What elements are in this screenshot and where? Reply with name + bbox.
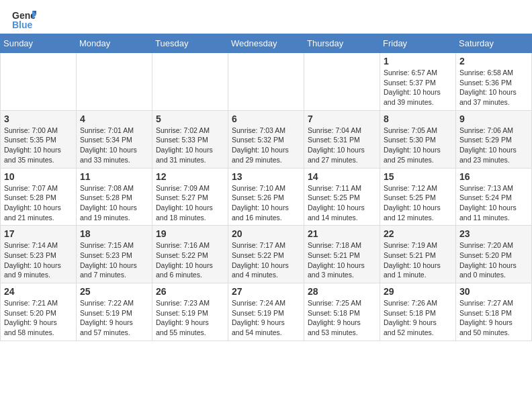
calendar-cell: 9Sunrise: 7:06 AM Sunset: 5:29 PM Daylig… xyxy=(456,110,532,168)
calendar-cell: 19Sunrise: 7:16 AM Sunset: 5:22 PM Dayli… xyxy=(152,226,228,283)
calendar-cell: 4Sunrise: 7:01 AM Sunset: 5:34 PM Daylig… xyxy=(77,110,152,168)
day-number: 23 xyxy=(459,228,528,239)
day-number: 27 xyxy=(232,286,300,297)
calendar-cell: 22Sunrise: 7:19 AM Sunset: 5:21 PM Dayli… xyxy=(380,226,456,283)
day-number: 19 xyxy=(156,228,224,239)
day-info: Sunrise: 7:11 AM Sunset: 5:25 PM Dayligh… xyxy=(308,183,376,223)
calendar-cell: 27Sunrise: 7:24 AM Sunset: 5:19 PM Dayli… xyxy=(228,283,304,341)
calendar-cell: 1Sunrise: 6:57 AM Sunset: 5:37 PM Daylig… xyxy=(380,53,456,111)
calendar-cell: 25Sunrise: 7:22 AM Sunset: 5:19 PM Dayli… xyxy=(77,283,152,341)
day-number: 17 xyxy=(4,228,73,239)
calendar-cell xyxy=(77,53,152,111)
day-info: Sunrise: 7:01 AM Sunset: 5:34 PM Dayligh… xyxy=(80,126,148,165)
calendar-cell xyxy=(1,53,77,111)
calendar-cell: 3Sunrise: 7:00 AM Sunset: 5:35 PM Daylig… xyxy=(1,110,77,168)
calendar-cell: 18Sunrise: 7:15 AM Sunset: 5:23 PM Dayli… xyxy=(77,226,152,283)
day-info: Sunrise: 7:08 AM Sunset: 5:28 PM Dayligh… xyxy=(80,183,148,223)
day-info: Sunrise: 6:58 AM Sunset: 5:36 PM Dayligh… xyxy=(459,68,528,107)
day-info: Sunrise: 7:12 AM Sunset: 5:25 PM Dayligh… xyxy=(384,183,452,223)
calendar-cell: 7Sunrise: 7:04 AM Sunset: 5:31 PM Daylig… xyxy=(304,110,380,168)
day-number: 15 xyxy=(384,171,452,182)
day-number: 2 xyxy=(459,56,528,66)
day-number: 13 xyxy=(232,171,300,182)
day-info: Sunrise: 6:57 AM Sunset: 5:37 PM Dayligh… xyxy=(384,68,452,107)
day-info: Sunrise: 7:10 AM Sunset: 5:26 PM Dayligh… xyxy=(232,183,300,223)
day-info: Sunrise: 7:18 AM Sunset: 5:21 PM Dayligh… xyxy=(308,240,376,280)
calendar-cell xyxy=(152,53,228,111)
day-number: 22 xyxy=(384,228,452,239)
day-number: 18 xyxy=(80,228,148,239)
day-info: Sunrise: 7:26 AM Sunset: 5:18 PM Dayligh… xyxy=(384,298,452,338)
day-info: Sunrise: 7:17 AM Sunset: 5:22 PM Dayligh… xyxy=(232,240,300,280)
calendar-cell: 12Sunrise: 7:09 AM Sunset: 5:27 PM Dayli… xyxy=(152,168,228,226)
day-info: Sunrise: 7:24 AM Sunset: 5:19 PM Dayligh… xyxy=(232,298,300,338)
calendar-cell: 28Sunrise: 7:25 AM Sunset: 5:18 PM Dayli… xyxy=(304,283,380,341)
calendar-cell: 10Sunrise: 7:07 AM Sunset: 5:28 PM Dayli… xyxy=(1,168,77,226)
calendar-cell xyxy=(228,53,304,111)
day-info: Sunrise: 7:13 AM Sunset: 5:24 PM Dayligh… xyxy=(459,183,528,223)
svg-text:Blue: Blue xyxy=(12,19,33,30)
day-number: 20 xyxy=(232,228,300,239)
day-info: Sunrise: 7:16 AM Sunset: 5:22 PM Dayligh… xyxy=(156,240,224,280)
day-number: 11 xyxy=(80,171,148,182)
day-number: 5 xyxy=(156,113,224,124)
calendar-cell: 14Sunrise: 7:11 AM Sunset: 5:25 PM Dayli… xyxy=(304,168,380,226)
calendar-cell: 29Sunrise: 7:26 AM Sunset: 5:18 PM Dayli… xyxy=(380,283,456,341)
day-info: Sunrise: 7:02 AM Sunset: 5:33 PM Dayligh… xyxy=(156,126,224,165)
day-number: 10 xyxy=(4,171,73,182)
day-number: 29 xyxy=(384,286,452,297)
calendar-cell: 13Sunrise: 7:10 AM Sunset: 5:26 PM Dayli… xyxy=(228,168,304,226)
day-info: Sunrise: 7:05 AM Sunset: 5:30 PM Dayligh… xyxy=(384,126,452,165)
day-number: 9 xyxy=(459,113,528,124)
day-number: 28 xyxy=(308,286,376,297)
calendar-cell: 2Sunrise: 6:58 AM Sunset: 5:36 PM Daylig… xyxy=(456,53,532,111)
day-info: Sunrise: 7:22 AM Sunset: 5:19 PM Dayligh… xyxy=(80,298,148,338)
calendar-cell: 8Sunrise: 7:05 AM Sunset: 5:30 PM Daylig… xyxy=(380,110,456,168)
day-number: 7 xyxy=(308,113,376,124)
day-info: Sunrise: 7:27 AM Sunset: 5:18 PM Dayligh… xyxy=(459,298,528,338)
calendar-cell: 24Sunrise: 7:21 AM Sunset: 5:20 PM Dayli… xyxy=(1,283,77,341)
day-info: Sunrise: 7:03 AM Sunset: 5:32 PM Dayligh… xyxy=(232,126,300,165)
day-number: 4 xyxy=(80,113,148,124)
calendar-cell: 26Sunrise: 7:23 AM Sunset: 5:19 PM Dayli… xyxy=(152,283,228,341)
day-info: Sunrise: 7:09 AM Sunset: 5:27 PM Dayligh… xyxy=(156,183,224,223)
calendar-cell: 20Sunrise: 7:17 AM Sunset: 5:22 PM Dayli… xyxy=(228,226,304,283)
day-number: 12 xyxy=(156,171,224,182)
day-number: 3 xyxy=(4,113,73,124)
day-info: Sunrise: 7:04 AM Sunset: 5:31 PM Dayligh… xyxy=(308,126,376,165)
day-number: 6 xyxy=(232,113,300,124)
day-info: Sunrise: 7:15 AM Sunset: 5:23 PM Dayligh… xyxy=(80,240,148,280)
day-info: Sunrise: 7:23 AM Sunset: 5:19 PM Dayligh… xyxy=(156,298,224,338)
calendar-cell: 17Sunrise: 7:14 AM Sunset: 5:23 PM Dayli… xyxy=(1,226,77,283)
calendar-cell: 23Sunrise: 7:20 AM Sunset: 5:20 PM Dayli… xyxy=(456,226,532,283)
calendar-cell: 5Sunrise: 7:02 AM Sunset: 5:33 PM Daylig… xyxy=(152,110,228,168)
day-number: 16 xyxy=(459,171,528,182)
weekday-header: Thursday xyxy=(304,34,380,53)
calendar-cell: 16Sunrise: 7:13 AM Sunset: 5:24 PM Dayli… xyxy=(456,168,532,226)
weekday-header: Saturday xyxy=(456,34,532,53)
day-number: 25 xyxy=(80,286,148,297)
day-info: Sunrise: 7:25 AM Sunset: 5:18 PM Dayligh… xyxy=(308,298,376,338)
calendar-cell: 15Sunrise: 7:12 AM Sunset: 5:25 PM Dayli… xyxy=(380,168,456,226)
calendar-cell: 11Sunrise: 7:08 AM Sunset: 5:28 PM Dayli… xyxy=(77,168,152,226)
day-info: Sunrise: 7:21 AM Sunset: 5:20 PM Dayligh… xyxy=(4,298,73,338)
day-number: 8 xyxy=(384,113,452,124)
day-number: 21 xyxy=(308,228,376,239)
weekday-header: Monday xyxy=(77,34,152,53)
day-number: 26 xyxy=(156,286,224,297)
logo-icon: General Blue xyxy=(11,5,36,31)
weekday-header: Tuesday xyxy=(152,34,228,53)
calendar-cell xyxy=(304,53,380,111)
calendar-cell: 21Sunrise: 7:18 AM Sunset: 5:21 PM Dayli… xyxy=(304,226,380,283)
weekday-header: Wednesday xyxy=(228,34,304,53)
day-number: 14 xyxy=(308,171,376,182)
day-number: 1 xyxy=(384,56,452,66)
calendar-cell: 6Sunrise: 7:03 AM Sunset: 5:32 PM Daylig… xyxy=(228,110,304,168)
day-info: Sunrise: 7:14 AM Sunset: 5:23 PM Dayligh… xyxy=(4,240,73,280)
day-info: Sunrise: 7:06 AM Sunset: 5:29 PM Dayligh… xyxy=(459,126,528,165)
day-info: Sunrise: 7:07 AM Sunset: 5:28 PM Dayligh… xyxy=(4,183,73,223)
calendar-table: SundayMondayTuesdayWednesdayThursdayFrid… xyxy=(0,34,532,341)
day-info: Sunrise: 7:00 AM Sunset: 5:35 PM Dayligh… xyxy=(4,126,73,165)
day-info: Sunrise: 7:20 AM Sunset: 5:20 PM Dayligh… xyxy=(459,240,528,280)
weekday-header: Friday xyxy=(380,34,456,53)
